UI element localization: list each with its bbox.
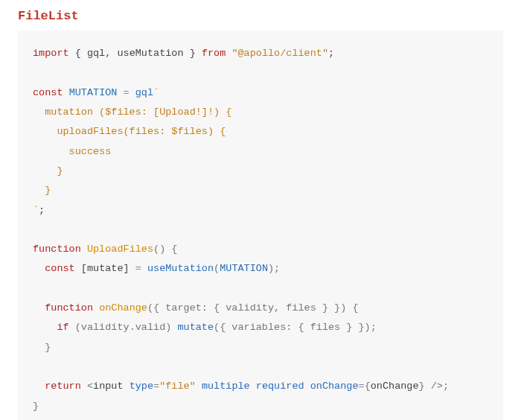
token-const: MUTATION [220, 263, 268, 274]
token-template-string: mutation ($files: [Upload!]!) { [33, 106, 231, 118]
token-punct: ; [39, 205, 45, 216]
token-template-string: } [33, 185, 51, 196]
token-ident: useMutation [117, 48, 183, 59]
token-ident: gql [87, 48, 105, 59]
section-title: FileList [18, 9, 503, 23]
token-punct: } [33, 401, 39, 412]
token-space [81, 381, 87, 392]
token-keyword: const [45, 263, 75, 274]
token-backtick: ` [153, 87, 159, 98]
token-punct: ({ variables: { files } }); [214, 322, 377, 333]
token-template-string: success [33, 146, 111, 157]
token-punct: ); [268, 263, 280, 274]
token-space [93, 302, 99, 314]
token-punct: , [105, 48, 117, 59]
token-space [304, 381, 310, 392]
token-string: "@apollo/client" [231, 48, 328, 59]
token-ident: onChange [371, 381, 419, 392]
token-jsx-attr: multiple [202, 381, 250, 392]
token-brace: { [365, 381, 371, 392]
token-fn-call: mutate [177, 322, 214, 333]
token-template-string: } [33, 165, 63, 176]
token-keyword: function [33, 244, 81, 255]
token-punct: () { [153, 244, 177, 255]
token-keyword: from [202, 48, 226, 59]
token-angle: < [87, 381, 93, 392]
token-const: MUTATION [69, 87, 118, 98]
token-cond: (validity.valid) [75, 322, 178, 333]
code-block: import { gql, useMutation } from "@apoll… [18, 31, 503, 420]
token-jsx-attr: type [130, 381, 153, 392]
token-keyword: const [33, 87, 63, 98]
token-punct: } [33, 342, 51, 353]
token-keyword: if [57, 322, 68, 333]
token-backtick: ` [33, 205, 39, 216]
token-punct: ; [328, 48, 334, 59]
token-keyword: function [45, 302, 93, 314]
token-op: = [359, 381, 365, 392]
token-keyword: return [45, 381, 81, 392]
token-space [75, 263, 81, 274]
token-fn-call: useMutation [147, 263, 214, 274]
token-space [196, 381, 202, 392]
token-ident: [mutate] [81, 263, 135, 274]
token-template-string: uploadFiles(files: $files) { [33, 126, 226, 137]
token-jsx-attr: required [256, 381, 304, 392]
token-jsx-attr: onChange [310, 381, 359, 392]
token-op: = [135, 263, 147, 274]
token-jsx-tag: input [93, 381, 130, 392]
token-op: = [153, 381, 159, 392]
token-indent [33, 322, 57, 333]
token-op: = [117, 87, 135, 98]
token-indent [33, 302, 45, 314]
token-space [250, 381, 256, 392]
token-punct: />; [425, 381, 449, 392]
token-tag-fn: gql [135, 87, 153, 98]
token-string: "file" [159, 381, 196, 392]
token-keyword: import [33, 48, 69, 59]
token-space [69, 322, 75, 333]
token-indent [33, 381, 45, 392]
token-indent [33, 263, 45, 274]
token-fn-name: onChange [99, 302, 147, 314]
token-punct: ( [214, 263, 220, 274]
token-space [81, 244, 87, 255]
token-punct: } [184, 48, 202, 59]
token-punct: ({ target: { validity, files } }) { [147, 302, 359, 314]
token-punct: { [69, 48, 87, 59]
token-brace: } [419, 381, 425, 392]
token-space [63, 87, 69, 98]
token-fn-name: UploadFiles [87, 244, 153, 255]
